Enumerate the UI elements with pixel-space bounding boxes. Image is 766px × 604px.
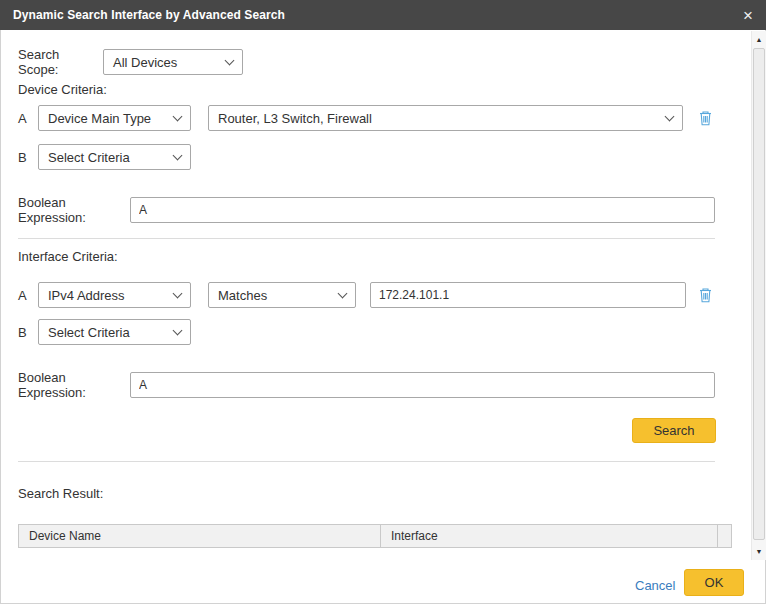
interface-criteria-row-b: B Select Criteria (18, 319, 191, 345)
chevron-down-icon (173, 150, 183, 160)
device-boolean-label: Boolean Expression: (18, 195, 130, 225)
scroll-thumb[interactable] (753, 48, 765, 540)
device-type-value: Device Main Type (48, 111, 151, 126)
trash-icon (698, 287, 713, 303)
search-scope-row: Search Scope: All Devices (18, 47, 243, 77)
scrollbar[interactable]: ▲ ▼ (751, 31, 766, 560)
dialog-titlebar: Dynamic Search Interface by Advanced Sea… (0, 0, 766, 30)
search-result-label: Search Result: (18, 486, 103, 501)
interface-operator-select[interactable]: Matches (208, 282, 356, 308)
device-row-a-label: A (18, 111, 38, 126)
device-value-text: Router, L3 Switch, Firewall (218, 111, 372, 126)
trash-icon (698, 110, 713, 126)
chevron-down-icon (338, 288, 348, 298)
interface-row-b-select[interactable]: Select Criteria (38, 319, 191, 345)
interface-criteria-row-a: A IPv4 Address Matches (18, 282, 713, 308)
device-row-a-delete-button[interactable] (698, 110, 713, 126)
chevron-down-icon (173, 325, 183, 335)
interface-boolean-label: Boolean Expression: (18, 370, 130, 400)
interface-type-value: IPv4 Address (48, 288, 125, 303)
device-boolean-input[interactable] (130, 197, 715, 223)
scroll-down-button[interactable]: ▼ (752, 544, 766, 559)
search-button[interactable]: Search (632, 418, 716, 443)
device-row-b-select[interactable]: Select Criteria (38, 144, 191, 170)
interface-row-a-label: A (18, 288, 38, 303)
device-criteria-label: Device Criteria: (18, 82, 107, 97)
device-boolean-row: Boolean Expression: (18, 195, 715, 225)
search-scope-select[interactable]: All Devices (103, 49, 243, 75)
interface-row-b-value: Select Criteria (48, 325, 130, 340)
interface-type-select[interactable]: IPv4 Address (38, 282, 191, 308)
results-table: Device Name Interface (18, 524, 732, 548)
device-row-b-value: Select Criteria (48, 150, 130, 165)
device-row-b-label: B (18, 150, 38, 165)
section-divider (18, 238, 715, 239)
device-criteria-row-a: A Device Main Type Router, L3 Switch, Fi… (18, 105, 713, 131)
chevron-down-icon (173, 111, 183, 121)
search-scope-value: All Devices (113, 55, 177, 70)
interface-operator-value: Matches (218, 288, 267, 303)
interface-row-a-delete-button[interactable] (698, 287, 713, 303)
chevron-down-icon (225, 55, 235, 65)
close-icon[interactable]: × (743, 7, 753, 24)
interface-row-b-label: B (18, 325, 38, 340)
interface-value-input[interactable] (370, 282, 686, 308)
ok-button[interactable]: OK (684, 569, 744, 596)
device-type-select[interactable]: Device Main Type (38, 105, 191, 131)
cancel-link[interactable]: Cancel (635, 578, 675, 593)
device-value-select[interactable]: Router, L3 Switch, Firewall (208, 105, 683, 131)
dialog-title: Dynamic Search Interface by Advanced Sea… (13, 8, 285, 22)
interface-criteria-label: Interface Criteria: (18, 249, 118, 264)
results-header-device-name: Device Name (19, 525, 381, 547)
chevron-down-icon (665, 111, 675, 121)
results-header-spacer (718, 525, 731, 547)
scroll-up-button[interactable]: ▲ (752, 32, 766, 47)
search-scope-label: Search Scope: (18, 47, 103, 77)
device-criteria-row-b: B Select Criteria (18, 144, 191, 170)
results-header-interface: Interface (381, 525, 718, 547)
chevron-down-icon (173, 288, 183, 298)
interface-boolean-row: Boolean Expression: (18, 370, 715, 400)
results-table-header: Device Name Interface (19, 525, 731, 547)
section-divider (18, 461, 715, 462)
interface-boolean-input[interactable] (130, 372, 715, 398)
